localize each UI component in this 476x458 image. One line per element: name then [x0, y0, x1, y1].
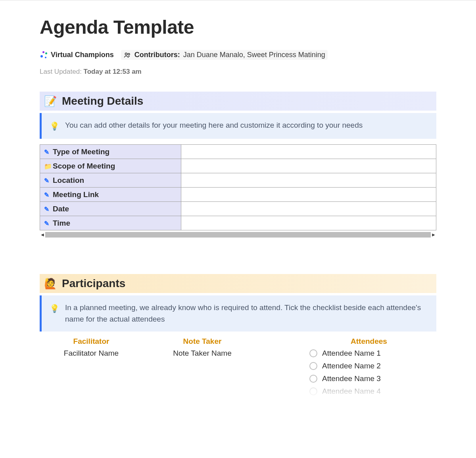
- participants-grid: Facilitator Facilitator Name Note Taker …: [40, 337, 436, 400]
- notetaker-name[interactable]: Note Taker Name: [155, 349, 250, 358]
- attendee-checkbox[interactable]: [309, 375, 317, 383]
- attendee-item: Attendee Name 2: [309, 362, 436, 370]
- page-title: Agenda Template: [40, 16, 436, 38]
- attendee-item: Attendee Name 1: [309, 349, 436, 358]
- lightbulb-icon: 💡: [50, 120, 60, 132]
- callout-participants: 💡 In a planned meeting, we already know …: [40, 295, 436, 332]
- attendee-checkbox[interactable]: [309, 362, 317, 370]
- section-header-participants: 🙋 Participants: [40, 274, 436, 293]
- team-logo-icon: [40, 51, 48, 59]
- detail-value-cell[interactable]: [181, 173, 436, 188]
- attendee-item: Attendee Name 4: [309, 387, 436, 396]
- table-row: ✎Time: [40, 216, 436, 230]
- team-badge[interactable]: Virtual Champions: [40, 51, 114, 59]
- scroll-right-icon[interactable]: ►: [431, 232, 436, 238]
- pencil-icon: ✎: [44, 148, 51, 156]
- attendee-name[interactable]: Attendee Name 3: [322, 374, 381, 383]
- facilitator-column: Facilitator Facilitator Name: [40, 337, 143, 400]
- attendee-checkbox[interactable]: [309, 349, 317, 357]
- detail-label-cell: 📁Scope of Meeting: [40, 159, 181, 173]
- detail-label-cell: ✎Time: [40, 216, 181, 230]
- detail-label: Type of Meeting: [53, 148, 109, 156]
- top-divider: [0, 0, 476, 0]
- table-row: ✎Meeting Link: [40, 188, 436, 202]
- lightbulb-icon: 💡: [50, 303, 60, 315]
- meta-row: Virtual Champions Contributors: Jan Duan…: [40, 50, 436, 60]
- attendee-checkbox[interactable]: [309, 387, 317, 395]
- attendees-header: Attendees: [301, 337, 436, 346]
- last-updated: Last Updated: Today at 12:53 am: [40, 68, 436, 76]
- horizontal-scrollbar[interactable]: ◄ ►: [40, 231, 436, 238]
- table-row: ✎Date: [40, 202, 436, 216]
- pencil-icon: ✎: [44, 177, 51, 184]
- detail-label-cell: ✎Location: [40, 173, 181, 188]
- scrollbar-track[interactable]: [45, 232, 431, 238]
- detail-label: Time: [53, 219, 70, 227]
- section-title-participants: Participants: [62, 277, 125, 290]
- table-row: ✎Type of Meeting: [40, 145, 436, 159]
- detail-label-cell: ✎Meeting Link: [40, 188, 181, 202]
- attendee-name[interactable]: Attendee Name 1: [322, 349, 381, 358]
- spacer: [40, 238, 436, 274]
- pencil-icon: ✎: [44, 220, 51, 227]
- attendee-name[interactable]: Attendee Name 4: [322, 387, 381, 396]
- detail-label: Date: [53, 205, 69, 213]
- detail-label: Meeting Link: [53, 190, 99, 199]
- last-updated-label: Last Updated:: [40, 68, 82, 75]
- attendee-name[interactable]: Attendee Name 2: [322, 362, 381, 370]
- callout-participants-text: In a planned meeting, we already know wh…: [65, 302, 428, 325]
- pencil-icon: ✎: [44, 191, 51, 199]
- svg-point-1: [128, 53, 130, 55]
- people-icon: [123, 51, 131, 59]
- detail-label: Location: [53, 176, 84, 184]
- detail-value-cell[interactable]: [181, 216, 436, 230]
- section-title-meeting: Meeting Details: [62, 95, 143, 107]
- detail-value-cell[interactable]: [181, 159, 436, 173]
- detail-label: Scope of Meeting: [53, 162, 115, 170]
- folder-icon: 📁: [44, 163, 51, 170]
- section-header-meeting-details: 📝 Meeting Details: [40, 92, 436, 111]
- contributors-names: Jan Duane Manalo, Sweet Princess Matinin…: [183, 51, 325, 59]
- detail-value-cell[interactable]: [181, 145, 436, 159]
- last-updated-value: Today at 12:53 am: [84, 68, 142, 75]
- meeting-details-table: ✎Type of Meeting📁Scope of Meeting✎Locati…: [40, 144, 436, 230]
- scroll-left-icon[interactable]: ◄: [40, 232, 45, 238]
- detail-value-cell[interactable]: [181, 188, 436, 202]
- team-name: Virtual Champions: [51, 51, 114, 59]
- callout-meeting: 💡 You can add other details for your mee…: [40, 113, 436, 139]
- page-container: Agenda Template Virtual Champions Contri…: [0, 16, 476, 400]
- memo-icon: 📝: [44, 95, 56, 107]
- person-raising-hand-icon: 🙋: [44, 278, 56, 289]
- detail-value-cell[interactable]: [181, 202, 436, 216]
- attendee-item: Attendee Name 3: [309, 374, 436, 383]
- notetaker-column: Note Taker Note Taker Name: [155, 337, 250, 400]
- detail-label-cell: ✎Date: [40, 202, 181, 216]
- contributors-badge[interactable]: Contributors: Jan Duane Manalo, Sweet Pr…: [121, 50, 328, 60]
- callout-meeting-text: You can add other details for your meeti…: [65, 119, 363, 131]
- attendees-column: Attendees Attendee Name 1Attendee Name 2…: [262, 337, 436, 400]
- table-row: ✎Location: [40, 173, 436, 188]
- contributors-label: Contributors:: [134, 51, 180, 59]
- pencil-icon: ✎: [44, 205, 51, 213]
- svg-point-0: [125, 53, 127, 55]
- facilitator-name[interactable]: Facilitator Name: [40, 349, 143, 358]
- facilitator-header: Facilitator: [40, 337, 143, 346]
- table-row: 📁Scope of Meeting: [40, 159, 436, 173]
- detail-label-cell: ✎Type of Meeting: [40, 145, 181, 159]
- notetaker-header: Note Taker: [155, 337, 250, 346]
